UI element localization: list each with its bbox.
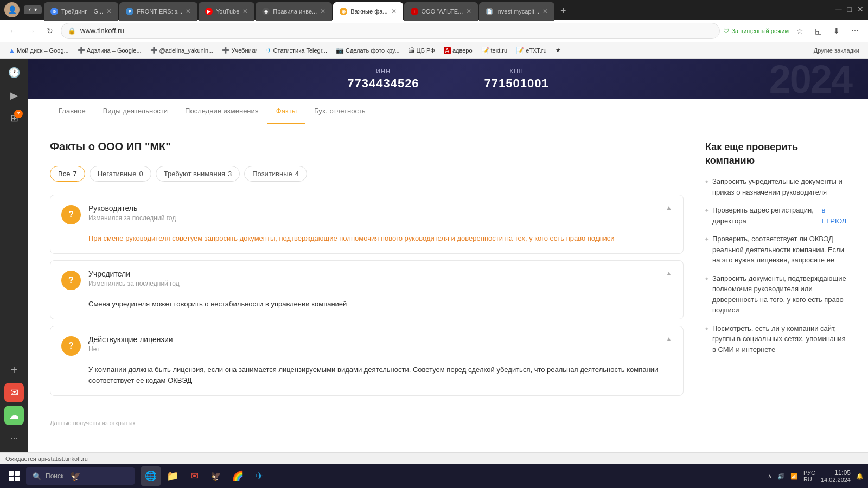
fact-info-uchrediteli: Учредители Изменились за последний год bbox=[88, 269, 660, 287]
sidebar-play[interactable]: ▶ bbox=[4, 86, 24, 105]
new-tab-button[interactable]: + bbox=[556, 3, 571, 18]
nav-tab-fakty[interactable]: Факты bbox=[267, 99, 305, 124]
fact-header-rukovoditel[interactable]: ? Руководитель Изменился за последний го… bbox=[50, 195, 683, 233]
tab-close-pravila[interactable]: ✕ bbox=[320, 8, 326, 15]
tab-close-youtube[interactable]: ✕ bbox=[242, 8, 248, 15]
bookmark-instagram[interactable]: ➕ @adelina_yakunin... bbox=[147, 46, 217, 55]
minimize-button[interactable]: ─ bbox=[835, 5, 841, 15]
fact-card-uchrediteli: ? Учредители Изменились за последний год… bbox=[50, 260, 684, 319]
egrul-link[interactable]: в ЕГРЮЛ bbox=[822, 205, 846, 226]
bookmark-star[interactable]: ★ bbox=[552, 46, 564, 55]
refresh-button[interactable]: ↻ bbox=[42, 23, 58, 38]
tab-close-vazhnye[interactable]: ✕ bbox=[391, 8, 397, 15]
bookmark-mydisk[interactable]: ▲ Мой диск – Goog... bbox=[5, 46, 72, 55]
sidebar-cloud[interactable]: ☁ bbox=[4, 406, 24, 425]
page-content: ИНН 7734434526 КПП 771501001 Главное Вид… bbox=[28, 59, 868, 452]
taskbar-bird[interactable]: 🦅 bbox=[206, 466, 226, 486]
taskbar-volume[interactable]: 🔊 bbox=[777, 473, 785, 480]
taskbar-search-label: Поиск bbox=[46, 472, 63, 480]
bookmark-icon-telegram: ✈ bbox=[266, 47, 272, 54]
tab-trading[interactable]: G Трейдинг – G... ✕ bbox=[44, 2, 118, 21]
favorites-button[interactable]: ☆ bbox=[792, 23, 807, 38]
protected-mode: 🛡 Защищённый режим bbox=[723, 28, 789, 34]
tab-favicon-vazhnye: ◉ bbox=[340, 8, 347, 15]
filter-attention[interactable]: Требуют внимания 3 bbox=[156, 166, 240, 182]
taskbar-network[interactable]: 📶 bbox=[790, 473, 798, 480]
browser-content: 🕐 ▶ ⊞ 7 + ✉ ☁ ··· ИНН 7734434526 bbox=[0, 59, 868, 452]
taskbar-notification-up[interactable]: ∧ bbox=[768, 473, 772, 480]
maximize-button[interactable]: □ bbox=[847, 5, 852, 15]
sidebar-grid[interactable]: ⊞ 7 bbox=[4, 108, 24, 128]
tab-invest[interactable]: 📄 invest.mycapit... ✕ bbox=[479, 2, 554, 21]
close-button[interactable]: ✕ bbox=[857, 5, 864, 15]
tab-close-ooo[interactable]: ✕ bbox=[466, 8, 471, 15]
settings-button[interactable]: ⋯ bbox=[847, 23, 863, 38]
chevron-up-rukovoditel: ▲ bbox=[666, 204, 672, 211]
nav-tab-vidy[interactable]: Виды деятельности bbox=[94, 99, 176, 124]
fact-info-licenzii: Действующие лицензии Нет bbox=[88, 335, 660, 353]
tab-pravila[interactable]: ◉ Правила инве... ✕ bbox=[256, 2, 332, 21]
bookmark-advero[interactable]: A адверо bbox=[441, 46, 476, 55]
tab-vazhnye[interactable]: ◉ Важные фа... ✕ bbox=[333, 2, 403, 21]
sidebar-mail[interactable]: ✉ bbox=[4, 383, 24, 402]
fact-title-uchrediteli: Учредители bbox=[88, 269, 660, 278]
sidebar-add[interactable]: + bbox=[4, 360, 24, 380]
sidebar-heading: Как еще проверить компанию bbox=[705, 140, 846, 168]
sidebar-history[interactable]: 🕐 bbox=[4, 63, 24, 82]
inn-value: 7734434526 bbox=[347, 76, 419, 91]
taskbar-telegram[interactable]: ✈ bbox=[250, 466, 269, 486]
filter-negative[interactable]: Негативные 0 bbox=[90, 166, 151, 182]
toolbar: ← → ↻ 🔒 www.tinkoff.ru 🛡 Защищённый режи… bbox=[0, 20, 868, 42]
fact-header-uchrediteli[interactable]: ? Учредители Изменились за последний год… bbox=[50, 261, 683, 299]
sidebar-badge-count: 7 bbox=[14, 110, 23, 118]
bookmark-cbrf[interactable]: 🏛 ЦБ РФ bbox=[405, 46, 438, 55]
tab-close-invest[interactable]: ✕ bbox=[542, 8, 548, 15]
fact-title-rukovoditel: Руководитель bbox=[88, 204, 660, 213]
tab-ooo[interactable]: i ООО "АЛЬТЕ... ✕ bbox=[404, 2, 478, 21]
taskbar-edge[interactable]: 🌐 bbox=[141, 466, 161, 486]
tab-counter-badge[interactable]: 7 ▼ bbox=[24, 5, 42, 14]
taskbar-search-bird: 🦅 bbox=[70, 471, 81, 481]
other-bookmarks[interactable]: Другие закладки bbox=[810, 46, 863, 55]
taskbar-mail[interactable]: ✉ bbox=[184, 466, 204, 486]
tab-close-frontiers[interactable]: ✕ bbox=[186, 8, 191, 15]
collections-button[interactable]: ◱ bbox=[810, 23, 826, 38]
forward-button[interactable]: → bbox=[24, 23, 39, 38]
download-button[interactable]: ⬇ bbox=[829, 23, 844, 38]
address-bar[interactable]: 🔒 www.tinkoff.ru bbox=[61, 23, 720, 39]
sidebar-list-item-5: Посмотреть, есть ли у компании сайт, гру… bbox=[705, 323, 846, 355]
bookmark-textru[interactable]: 📝 text.ru bbox=[478, 46, 511, 55]
start-button[interactable] bbox=[4, 466, 24, 486]
taskbar-notification-bell[interactable]: 🔔 bbox=[856, 473, 864, 480]
bookmark-photo[interactable]: 📷 Сделать фото кру... bbox=[333, 46, 403, 55]
nav-tab-izmeneniya[interactable]: Последние изменения bbox=[176, 99, 267, 124]
star-icon: ★ bbox=[556, 47, 561, 54]
filter-all[interactable]: Все 7 bbox=[50, 166, 85, 182]
tab-close-trading[interactable]: ✕ bbox=[106, 8, 112, 15]
taskbar-search[interactable]: 🔍 Поиск 🦅 bbox=[26, 467, 135, 485]
browser-frame: 👤 7 ▼ G Трейдинг – G... ✕ F FRONTIERS: з… bbox=[0, 0, 868, 488]
nav-tab-glavnoe[interactable]: Главное bbox=[50, 99, 94, 124]
bookmark-adelina[interactable]: ➕ Адэлина – Google... bbox=[74, 46, 145, 55]
taskbar-file-explorer[interactable]: 📁 bbox=[163, 466, 182, 486]
fact-body-uchrediteli: Смена учредителя может говорить о нестаб… bbox=[50, 299, 683, 319]
bookmark-uchebniki[interactable]: ➕ Учебники bbox=[219, 46, 260, 55]
chevron-up-licenzii: ▲ bbox=[666, 335, 672, 343]
tab-title-vazhnye: Важные фа... bbox=[350, 8, 387, 15]
back-button[interactable]: ← bbox=[5, 23, 21, 38]
taskbar-chrome[interactable]: 🌈 bbox=[228, 466, 247, 486]
fact-header-licenzii[interactable]: ? Действующие лицензии Нет ▲ bbox=[50, 326, 683, 364]
data-source-area: Данные получены из открытых bbox=[28, 419, 868, 438]
sidebar-more[interactable]: ··· bbox=[4, 428, 24, 448]
tab-youtube[interactable]: ▶ YouTube ✕ bbox=[199, 2, 254, 21]
browser-sidebar: 🕐 ▶ ⊞ 7 + ✉ ☁ ··· bbox=[0, 59, 28, 452]
tab-frontiers[interactable]: F FRONTIERS: з... ✕ bbox=[119, 2, 197, 21]
fact-info-rukovoditel: Руководитель Изменился за последний год bbox=[88, 204, 660, 222]
nav-tab-buh[interactable]: Бух. отчетность bbox=[305, 99, 374, 124]
filter-positive[interactable]: Позитивные 4 bbox=[244, 166, 307, 182]
fact-title-licenzii: Действующие лицензии bbox=[88, 335, 660, 344]
bookmark-etxt[interactable]: 📝 eTXT.ru bbox=[513, 46, 550, 55]
lock-icon: 🔒 bbox=[68, 27, 76, 35]
profile-avatar[interactable]: 👤 bbox=[4, 2, 20, 17]
bookmark-statistika[interactable]: ✈ Статистика Telegr... bbox=[263, 46, 330, 55]
